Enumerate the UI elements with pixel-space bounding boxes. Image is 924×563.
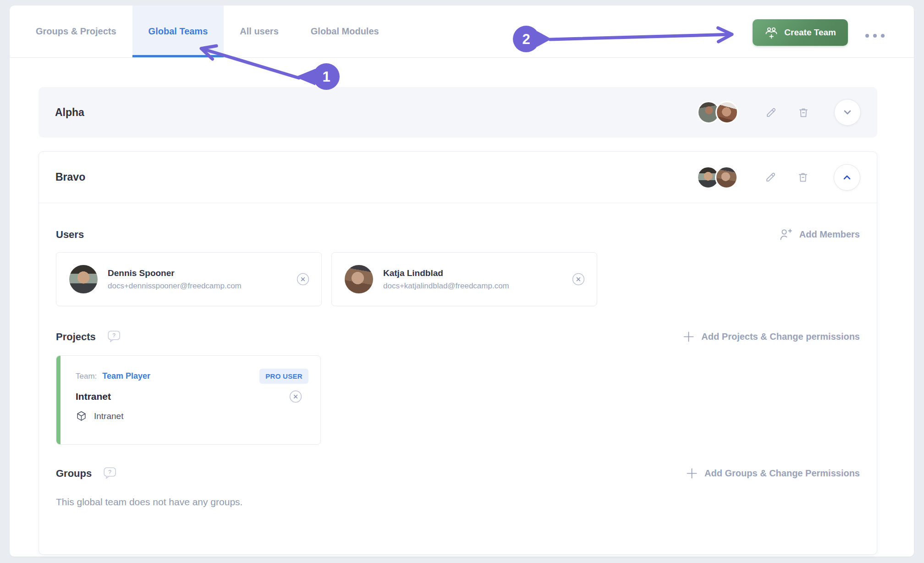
project-module-row: Intranet <box>76 410 308 422</box>
tab-bar: Groups & Projects Global Teams All users… <box>10 6 914 58</box>
team-avatars <box>697 101 738 124</box>
member-name: Katja Lindblad <box>383 268 509 278</box>
projects-help-icon[interactable]: ? <box>108 331 121 343</box>
groups-empty-text: This global team does not have any group… <box>56 497 860 508</box>
plus-icon <box>682 330 695 343</box>
team-name: Alpha <box>55 106 84 119</box>
team-controls <box>697 164 860 191</box>
team-avatars <box>697 166 738 189</box>
groups-heading: Groups <box>56 468 92 480</box>
projects-heading: Projects <box>56 331 96 343</box>
add-members-link[interactable]: Add Members <box>779 228 860 241</box>
module-cube-icon <box>76 410 87 422</box>
avatar <box>345 265 373 293</box>
tab-label: All users <box>240 26 278 37</box>
avatar <box>715 166 738 189</box>
add-projects-label: Add Projects & Change permissions <box>701 331 860 342</box>
module-name: Intranet <box>94 411 123 421</box>
tab-label: Global Teams <box>148 26 208 37</box>
member-email: docs+katjalindblad@freedcamp.com <box>383 282 509 291</box>
team-link[interactable]: Team Player <box>102 371 150 381</box>
collapse-team-button[interactable] <box>834 164 860 191</box>
admin-panel: Groups & Projects Global Teams All users… <box>10 6 914 557</box>
tab-label: Global Modules <box>311 26 379 37</box>
tab-global-modules[interactable]: Global Modules <box>295 6 395 57</box>
project-card: Team: Team Player PRO USER Intranet <box>56 355 321 445</box>
remove-member-icon[interactable] <box>572 273 585 286</box>
members-list: Dennis Spooner docs+dennisspooner@freedc… <box>56 252 860 306</box>
edit-team-icon[interactable] <box>764 171 777 183</box>
delete-team-icon[interactable] <box>797 171 809 183</box>
tab-groups-projects[interactable]: Groups & Projects <box>20 6 132 57</box>
team-header: Bravo <box>39 152 877 203</box>
groups-help-icon[interactable]: ? <box>104 467 116 480</box>
team-details: Users Add Members Den <box>39 228 877 508</box>
expand-team-button[interactable] <box>834 99 861 126</box>
member-email: docs+dennisspooner@freedcamp.com <box>108 282 242 291</box>
member-card: Dennis Spooner docs+dennisspooner@freedc… <box>56 252 322 306</box>
member-card: Katja Lindblad docs+katjalindblad@freedc… <box>331 252 597 306</box>
svg-text:?: ? <box>112 332 116 339</box>
create-team-button[interactable]: Create Team <box>753 19 848 46</box>
users-heading: Users <box>56 229 84 241</box>
avatar <box>715 101 738 124</box>
add-projects-link[interactable]: Add Projects & Change permissions <box>682 330 860 343</box>
team-name: Bravo <box>55 171 85 183</box>
team-controls <box>697 99 861 126</box>
tab-all-users[interactable]: All users <box>224 6 294 57</box>
remove-member-icon[interactable] <box>297 273 309 286</box>
tab-label: Groups & Projects <box>36 26 116 37</box>
project-name: Intranet <box>76 391 111 402</box>
project-team-row: Team: Team Player PRO USER <box>76 369 308 384</box>
team-row-alpha: Alpha <box>38 87 877 138</box>
add-team-icon <box>764 26 778 39</box>
delete-team-icon[interactable] <box>798 106 809 119</box>
add-groups-link[interactable]: Add Groups & Change Permissions <box>685 467 860 480</box>
person-add-icon <box>779 228 793 241</box>
svg-text:?: ? <box>109 469 112 475</box>
add-members-label: Add Members <box>799 229 860 240</box>
project-name-row: Intranet <box>76 390 308 403</box>
avatar <box>69 265 98 293</box>
team-label: Team: <box>76 372 97 381</box>
remove-project-icon[interactable] <box>289 390 302 403</box>
more-menu-icon[interactable] <box>865 34 885 38</box>
edit-team-icon[interactable] <box>765 106 777 119</box>
pro-user-badge: PRO USER <box>259 369 308 384</box>
add-groups-label: Add Groups & Change Permissions <box>704 468 860 479</box>
create-team-label: Create Team <box>784 28 836 38</box>
member-name: Dennis Spooner <box>108 268 242 278</box>
team-card-bravo: Bravo <box>38 151 877 555</box>
tab-global-teams[interactable]: Global Teams <box>132 6 224 57</box>
plus-icon <box>685 467 698 480</box>
